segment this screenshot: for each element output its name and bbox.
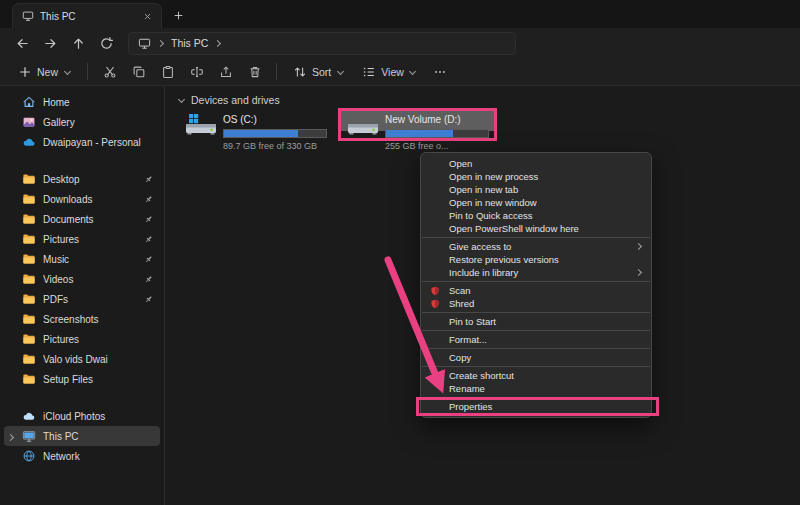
- drive-free-text: 255 GB free o...: [385, 141, 489, 151]
- tab-close-icon[interactable]: [139, 8, 155, 24]
- sidebar-item-label: Desktop: [43, 174, 136, 185]
- nav-buttons: [10, 31, 119, 55]
- sidebar-item-label: Dwaipayan - Personal: [43, 137, 154, 148]
- share-button[interactable]: [212, 60, 239, 83]
- menu-item-label: Copy: [449, 352, 643, 363]
- menu-item-label: Pin to Start: [449, 316, 643, 327]
- view-icon: [362, 65, 376, 79]
- menu-item-create-shortcut[interactable]: Create shortcut: [421, 369, 651, 382]
- sidebar-item-pictures[interactable]: Pictures: [4, 229, 160, 249]
- drive-tile-os-c[interactable]: OS (C:)89.7 GB free of 330 GB: [181, 111, 331, 153]
- menu-item-scan[interactable]: Scan: [421, 284, 651, 297]
- menu-item-open-in-new-tab[interactable]: Open in new tab: [421, 183, 651, 196]
- menu-item-open-in-new-window[interactable]: Open in new window: [421, 196, 651, 209]
- sidebar-item-label: Downloads: [43, 194, 136, 205]
- rename-button[interactable]: [183, 60, 210, 83]
- breadcrumb-this-pc[interactable]: This PC: [171, 37, 208, 49]
- menu-item-label: Open: [449, 158, 643, 169]
- view-button[interactable]: View: [354, 60, 425, 83]
- menu-item-label: Restore previous versions: [449, 254, 643, 265]
- sidebar-item-icloud-photos[interactable]: iCloud Photos: [4, 406, 160, 426]
- menu-item-copy[interactable]: Copy: [421, 351, 651, 364]
- delete-button[interactable]: [241, 60, 268, 83]
- menu-item-format[interactable]: Format...: [421, 333, 651, 346]
- file-explorer-window: { "annotations": { "highlight_color": "#…: [0, 0, 800, 505]
- sidebar-item-pdfs[interactable]: PDFs: [4, 289, 160, 309]
- folder-icon: [22, 252, 36, 266]
- sidebar-item-network[interactable]: Network: [4, 446, 160, 466]
- up-arrow-button[interactable]: [66, 31, 91, 55]
- annotation-highlight-box: [338, 108, 497, 141]
- menu-item-properties[interactable]: Properties: [421, 400, 651, 413]
- back-arrow-button[interactable]: [10, 31, 35, 55]
- menu-item-restore-previous-versions[interactable]: Restore previous versions: [421, 253, 651, 266]
- tab-this-pc[interactable]: This PC: [12, 3, 162, 28]
- sidebar-item-label: Gallery: [43, 117, 154, 128]
- sidebar-item-downloads[interactable]: Downloads: [4, 189, 160, 209]
- menu-item-give-access-to[interactable]: Give access to: [421, 240, 651, 253]
- sidebar-item-home[interactable]: Home: [4, 92, 160, 112]
- menu-item-pin-to-quick-access[interactable]: Pin to Quick access: [421, 209, 651, 222]
- refresh-button[interactable]: [94, 31, 119, 55]
- thispc-icon: [22, 429, 36, 443]
- menu-item-open-powershell-window-here[interactable]: Open PowerShell window here: [421, 222, 651, 235]
- menu-separator: [422, 348, 650, 349]
- shield-icon: [430, 286, 449, 296]
- paste-button[interactable]: [154, 60, 181, 83]
- folder-icon: [22, 272, 36, 286]
- sidebar-item-label: Setup Files: [43, 374, 154, 385]
- up-arrow-icon: [71, 36, 86, 51]
- sort-button[interactable]: Sort: [285, 60, 352, 83]
- pin-icon: [143, 214, 154, 225]
- devices-and-drives-header[interactable]: Devices and drives: [177, 92, 800, 107]
- drive-free-text: 89.7 GB free of 330 GB: [223, 141, 327, 151]
- sidebar-item-gallery[interactable]: Gallery: [4, 112, 160, 132]
- new-tab-button[interactable]: [168, 5, 188, 25]
- delete-icon: [248, 65, 262, 79]
- content-area: HomeGalleryDwaipayan - PersonalDesktopDo…: [0, 86, 800, 505]
- drive-tile-new-volume-d[interactable]: New Volume (D:)255 GB free o...: [343, 111, 493, 153]
- chevron-right-icon: [157, 39, 165, 47]
- menu-item-pin-to-start[interactable]: Pin to Start: [421, 315, 651, 328]
- menu-item-open[interactable]: Open: [421, 157, 651, 170]
- address-bar[interactable]: This PC: [128, 32, 516, 55]
- back-arrow-icon: [15, 36, 30, 51]
- sidebar-item-label: Music: [43, 254, 136, 265]
- sidebar-item-label: Valo vids Dwai: [43, 354, 154, 365]
- sidebar-item-screenshots[interactable]: Screenshots: [4, 309, 160, 329]
- sidebar-item-label: PDFs: [43, 294, 136, 305]
- menu-item-label: Open in new tab: [449, 184, 643, 195]
- sidebar-item-label: Videos: [43, 274, 136, 285]
- forward-arrow-button[interactable]: [38, 31, 63, 55]
- command-toolbar: New Sort View: [0, 58, 800, 86]
- menu-item-include-in-library[interactable]: Include in library: [421, 266, 651, 279]
- drive-info: OS (C:)89.7 GB free of 330 GB: [223, 113, 327, 151]
- menu-separator: [422, 312, 650, 313]
- menu-item-rename[interactable]: Rename: [421, 382, 651, 395]
- copy-button[interactable]: [125, 60, 152, 83]
- folder-icon: [22, 232, 36, 246]
- pin-icon: [143, 274, 154, 285]
- sidebar-item-videos[interactable]: Videos: [4, 269, 160, 289]
- menu-separator: [422, 366, 650, 367]
- sidebar-item-setup-files[interactable]: Setup Files: [4, 369, 160, 389]
- sidebar-item-label: Pictures: [43, 334, 154, 345]
- menu-item-open-in-new-process[interactable]: Open in new process: [421, 170, 651, 183]
- sidebar-item-pictures[interactable]: Pictures: [4, 329, 160, 349]
- chevron-right-icon: [635, 241, 643, 252]
- sidebar-item-this-pc[interactable]: This PC: [4, 426, 160, 446]
- new-button[interactable]: New: [10, 60, 79, 83]
- paste-icon: [161, 65, 175, 79]
- sidebar-item-valo-vids-dwai[interactable]: Valo vids Dwai: [4, 349, 160, 369]
- gallery-icon: [22, 115, 36, 129]
- menu-item-shred[interactable]: Shred: [421, 297, 651, 310]
- sidebar-item-documents[interactable]: Documents: [4, 209, 160, 229]
- more-options-button[interactable]: [427, 60, 454, 83]
- cut-button[interactable]: [96, 60, 123, 83]
- sidebar-item-dwaipayan-personal[interactable]: Dwaipayan - Personal: [4, 132, 160, 152]
- drives-row: OS (C:)89.7 GB free of 330 GBNew Volume …: [177, 111, 800, 153]
- sidebar-item-desktop[interactable]: Desktop: [4, 169, 160, 189]
- pin-icon: [143, 174, 154, 185]
- menu-item-label: Pin to Quick access: [449, 210, 643, 221]
- sidebar-item-music[interactable]: Music: [4, 249, 160, 269]
